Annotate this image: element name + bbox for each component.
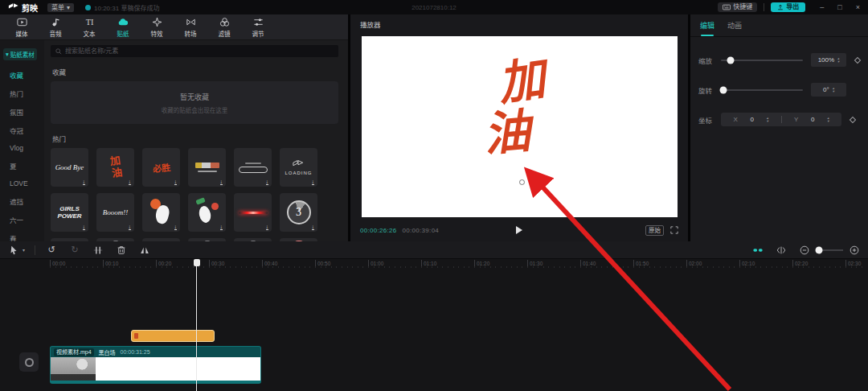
toolbar-item-label: 媒体	[16, 29, 28, 38]
download-icon[interactable]: ↓	[129, 179, 132, 185]
preview-canvas[interactable]: 加 油	[362, 36, 678, 217]
rotate-handle[interactable]	[519, 179, 525, 185]
download-icon[interactable]: ↓	[129, 224, 132, 230]
keyframe-diamond-icon[interactable]	[850, 116, 856, 122]
sticker-tile[interactable]: 3↓	[280, 193, 317, 232]
toolbar-item-sticker[interactable]: 贴纸	[106, 14, 140, 39]
stepper-icon[interactable]: ▴▾	[827, 117, 829, 123]
sticker-tile[interactable]: ↓	[188, 148, 226, 187]
toolbar-item-audio[interactable]: 音频	[39, 14, 72, 39]
timeline-tracks: 视频素材.mp4 黑白场 00:00:31:25	[0, 269, 868, 391]
timeline-zoom-slider[interactable]	[816, 249, 843, 251]
toolbar-item-effect[interactable]: 特效	[140, 14, 174, 39]
ruler-label: 00:50	[315, 260, 330, 267]
ruler-label: 01:00	[368, 260, 383, 267]
delete-button[interactable]	[116, 245, 127, 256]
timeline-ruler[interactable]: 00:0000:1000:2000:3000:4000:5001:0001:10…	[0, 259, 868, 269]
download-icon[interactable]: ↓	[174, 179, 178, 185]
position-inputs[interactable]: X 0 ▴▾ Y 0 ▴▾	[721, 113, 841, 126]
canvas-sticker-char-top[interactable]: 加	[495, 56, 548, 109]
timeline-zoom-handle[interactable]	[816, 246, 823, 253]
zoom-in-icon[interactable]	[849, 245, 860, 256]
export-button[interactable]: 导出	[771, 2, 805, 12]
sticker-tile[interactable]: 必胜↓	[142, 148, 180, 187]
sticker-tile[interactable]: Booom!!↓	[96, 193, 134, 232]
sticker-tile[interactable]: GIRLSPOWER↓	[51, 193, 88, 232]
sidebar-item-mask[interactable]: 遮挡	[0, 191, 44, 210]
chevron-down-icon[interactable]: ▾	[23, 247, 25, 253]
download-icon[interactable]: ↓	[220, 224, 223, 230]
play-button[interactable]	[516, 226, 522, 234]
sidebar-item-favorites[interactable]: 收藏	[0, 65, 44, 84]
current-time: 00:00:26:26	[360, 227, 397, 234]
search-input[interactable]	[65, 47, 334, 55]
mirror-button[interactable]	[139, 245, 150, 256]
empty-state-title: 暂无收藏	[180, 92, 209, 102]
close-button[interactable]: ×	[856, 3, 860, 11]
sidebar-item-summer[interactable]: 夏	[0, 156, 44, 175]
download-icon[interactable]: ↓	[83, 224, 86, 230]
sticker-track-clip[interactable]	[131, 330, 215, 342]
redo-button[interactable]: ↻	[69, 245, 80, 256]
maximize-button[interactable]: □	[837, 3, 841, 11]
select-tool-button[interactable]	[8, 245, 19, 256]
sticker-tile[interactable]: 加油↓	[96, 148, 134, 187]
keyframe-diamond-icon[interactable]	[854, 56, 861, 63]
download-icon[interactable]: ↓	[83, 179, 86, 185]
sticker-tile[interactable]: Good Bye↓	[51, 148, 88, 187]
sidebar-item-champion[interactable]: 夺冠	[0, 121, 44, 139]
minimize-button[interactable]: –	[820, 3, 824, 11]
tab-animation[interactable]: 动画	[727, 20, 742, 36]
download-icon[interactable]: ↓	[220, 179, 223, 185]
toolbar-item-adjust[interactable]: 调节	[241, 14, 275, 39]
sticker-tile[interactable]: ↓	[142, 193, 180, 232]
download-icon[interactable]: ↓	[266, 224, 269, 230]
toolbar-item-media[interactable]: 媒体	[5, 14, 39, 39]
menu-button[interactable]: 菜单 ▾	[47, 3, 74, 12]
scale-slider-handle[interactable]	[727, 56, 735, 64]
toolbar-item-transition[interactable]: 转场	[174, 14, 207, 39]
rotate-slider[interactable]	[721, 89, 803, 91]
sticker-tile[interactable]: ↓	[188, 193, 226, 232]
original-ratio-button[interactable]: 原始	[645, 225, 664, 236]
rotate-value-box[interactable]: 0° ▴▾	[811, 83, 846, 97]
toolbar-item-text[interactable]: TI文本	[72, 14, 106, 39]
sidebar-item-love[interactable]: LOVE	[0, 175, 44, 191]
undo-button[interactable]: ↺	[46, 245, 57, 256]
rotate-slider-handle[interactable]	[720, 86, 727, 93]
toolbar-item-filter[interactable]: 滤镜	[207, 14, 241, 39]
stepper-icon[interactable]: ▴▾	[767, 117, 768, 123]
fullscreen-icon[interactable]	[670, 226, 678, 234]
download-icon[interactable]: ↓	[312, 224, 315, 230]
shortcuts-button[interactable]: 快捷键	[718, 2, 757, 12]
download-icon[interactable]: ↓	[312, 179, 315, 185]
preview-axis-icon[interactable]	[776, 245, 787, 256]
playhead-handle[interactable]	[194, 259, 200, 266]
sidebar-item-vlog[interactable]: Vlog	[0, 139, 44, 156]
sticker-tile[interactable]: LOADING↓	[280, 148, 317, 187]
magnet-snap-icon[interactable]	[752, 245, 764, 256]
scale-value-box[interactable]: 100% ▴▾	[811, 53, 846, 67]
scale-slider[interactable]	[721, 60, 803, 61]
canvas-sticker-char-bottom[interactable]: 油	[482, 109, 533, 159]
zoom-out-icon[interactable]	[799, 245, 810, 256]
download-icon[interactable]: ↓	[266, 179, 269, 185]
ruler-label: 00:20	[156, 260, 171, 267]
sidebar-item-june-first[interactable]: 六一	[0, 210, 44, 228]
sticker-tile[interactable]: ↓	[234, 148, 272, 187]
audio-icon	[50, 16, 62, 28]
stepper-icon[interactable]: ▴▾	[833, 87, 834, 93]
download-icon[interactable]: ↓	[174, 224, 178, 230]
sticker-tile[interactable]: ↓	[234, 193, 272, 232]
sidebar-item-hot[interactable]: 热门	[0, 84, 44, 102]
split-button[interactable]	[92, 245, 104, 256]
track-head-button[interactable]	[19, 352, 39, 372]
tab-edit[interactable]: 编辑	[700, 20, 714, 36]
video-track-clip[interactable]: 视频素材.mp4 黑白场 00:00:31:25	[50, 346, 261, 384]
stepper-icon[interactable]: ▴▾	[837, 57, 839, 64]
sidebar-header-sticker-material[interactable]: ▾ 贴纸素材	[3, 48, 37, 60]
sidebar-item-spring[interactable]: 春	[0, 228, 44, 241]
search-bar[interactable]	[51, 45, 338, 57]
sidebar-item-ambience[interactable]: 氛围	[0, 102, 44, 121]
ruler-label: 00:10	[103, 260, 118, 267]
